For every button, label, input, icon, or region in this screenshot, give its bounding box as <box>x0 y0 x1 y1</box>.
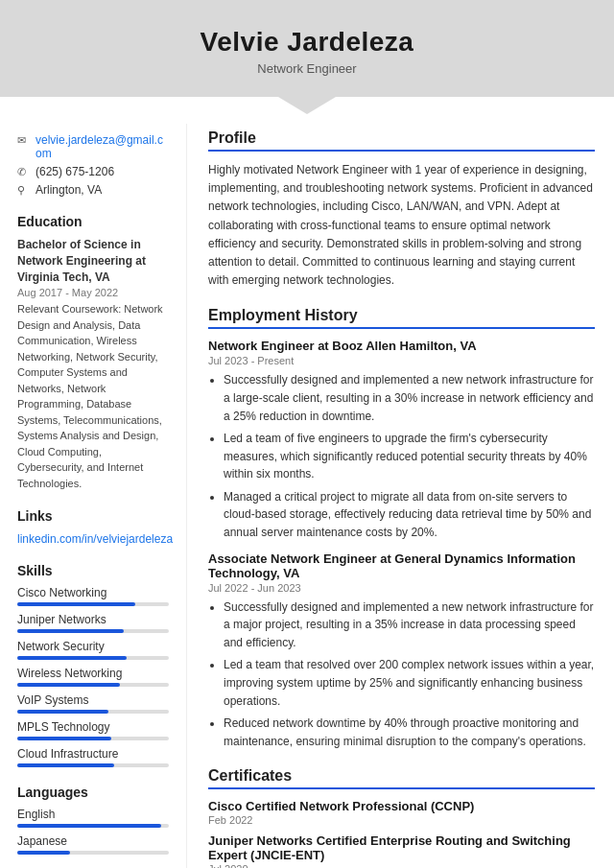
job-bullet: Managed a critical project to migrate al… <box>224 488 595 542</box>
linkedin-item: linkedin.com/in/velviejardeleza <box>17 531 169 546</box>
education-degree: Bachelor of Science in Network Engineeri… <box>17 237 169 285</box>
skill-item: VoIP Systems <box>17 693 169 714</box>
skill-name: Cisco Networking <box>17 586 169 599</box>
lang-bar-fill <box>17 824 161 828</box>
contact-section: ✉ velvie.jardeleza@gmail.com ✆ (625) 675… <box>17 133 169 197</box>
job-bullet: Led a team that resolved over 200 comple… <box>224 656 595 710</box>
languages-list: English Japanese <box>17 808 169 855</box>
skill-name: Wireless Networking <box>17 667 169 680</box>
job-bullet: Reduced network downtime by 40% through … <box>224 715 595 750</box>
email-icon: ✉ <box>17 134 31 147</box>
location-item: ⚲ Arlington, VA <box>17 183 169 197</box>
language-name: English <box>17 808 169 821</box>
employment-section-title: Employment History <box>208 307 595 329</box>
main-content: Profile Highly motivated Network Enginee… <box>187 124 614 868</box>
cert-name: Juniper Networks Certified Enterprise Ro… <box>208 833 595 862</box>
job-bullets: Successfully designed and implemented a … <box>208 598 595 751</box>
linkedin-link[interactable]: linkedin.com/in/velviejardeleza <box>17 532 173 546</box>
skill-bar-fill <box>17 629 124 633</box>
education-section: Education Bachelor of Science in Network… <box>17 214 169 491</box>
skill-name: Cloud Infrastructure <box>17 747 169 761</box>
cert-name: Cisco Certified Network Professional (CC… <box>208 799 595 813</box>
job-title: Associate Network Engineer at General Dy… <box>208 551 595 580</box>
main-layout: ✉ velvie.jardeleza@gmail.com ✆ (625) 675… <box>0 97 614 868</box>
skill-item: MPLS Technology <box>17 720 169 740</box>
skill-name: MPLS Technology <box>17 720 169 734</box>
skill-name: Juniper Networks <box>17 613 169 626</box>
skill-bar-bg <box>17 656 169 660</box>
candidate-name: Velvie Jardeleza <box>19 27 595 58</box>
profile-text: Highly motivated Network Engineer with 1… <box>208 161 595 290</box>
skills-list: Cisco Networking Juniper Networks Networ… <box>17 586 169 767</box>
skill-bar-fill <box>17 602 135 606</box>
language-item: English <box>17 808 169 828</box>
links-title: Links <box>17 508 169 524</box>
job-entry: Associate Network Engineer at General Dy… <box>208 551 595 751</box>
links-section: Links linkedin.com/in/velviejardeleza <box>17 508 169 546</box>
job-bullet: Successfully designed and implemented a … <box>224 598 595 652</box>
coursework-text: Network Design and Analysis, Data Commun… <box>17 303 163 489</box>
skill-bar-bg <box>17 602 169 606</box>
employment-section: Employment History Network Engineer at B… <box>208 307 595 750</box>
skill-bar-bg <box>17 763 169 767</box>
skill-bar-fill <box>17 683 120 687</box>
job-bullets: Successfully designed and implemented a … <box>208 371 595 541</box>
skill-name: Network Security <box>17 640 169 653</box>
skill-bar-fill <box>17 710 108 714</box>
phone-item: ✆ (625) 675-1206 <box>17 165 169 178</box>
phone-number: (625) 675-1206 <box>35 165 114 178</box>
skill-bar-fill <box>17 763 114 767</box>
skill-item: Cisco Networking <box>17 586 169 606</box>
language-name: Japanese <box>17 834 169 848</box>
job-entry: Network Engineer at Booz Allen Hamilton,… <box>208 339 595 541</box>
skill-bar-bg <box>17 629 169 633</box>
education-title: Education <box>17 214 169 229</box>
job-bullet: Successfully designed and implemented a … <box>224 371 595 425</box>
certificates-section: Certificates Cisco Certified Network Pro… <box>208 767 595 868</box>
profile-section-title: Profile <box>208 129 595 152</box>
education-dates: Aug 2017 - May 2022 <box>17 287 169 298</box>
skills-section: Skills Cisco Networking Juniper Networks… <box>17 563 169 767</box>
language-item: Japanese <box>17 834 169 855</box>
location-icon: ⚲ <box>17 184 31 197</box>
certs-list: Cisco Certified Network Professional (CC… <box>208 799 595 868</box>
certificates-section-title: Certificates <box>208 767 595 789</box>
languages-title: Languages <box>17 785 169 800</box>
skill-item: Network Security <box>17 640 169 660</box>
lang-bar-fill <box>17 851 70 855</box>
education-coursework: Relevant Coursework: Network Design and … <box>17 301 169 491</box>
cert-entry: Cisco Certified Network Professional (CC… <box>208 799 595 826</box>
jobs-list: Network Engineer at Booz Allen Hamilton,… <box>208 339 595 750</box>
languages-section: Languages English Japanese <box>17 785 169 855</box>
phone-icon: ✆ <box>17 166 31 178</box>
skill-bar-bg <box>17 737 169 740</box>
skills-title: Skills <box>17 563 169 578</box>
job-date: Jul 2022 - Jun 2023 <box>208 582 595 594</box>
lang-bar-bg <box>17 851 169 855</box>
job-title: Network Engineer at Booz Allen Hamilton,… <box>208 339 595 353</box>
skill-item: Cloud Infrastructure <box>17 747 169 767</box>
location-text: Arlington, VA <box>35 183 102 197</box>
cert-date: Jul 2020 <box>208 863 595 868</box>
email-item: ✉ velvie.jardeleza@gmail.com <box>17 133 169 160</box>
job-date: Jul 2023 - Present <box>208 355 595 366</box>
skill-bar-bg <box>17 683 169 687</box>
profile-section: Profile Highly motivated Network Enginee… <box>208 129 595 290</box>
skill-item: Juniper Networks <box>17 613 169 633</box>
coursework-label: Relevant Coursework: <box>17 303 121 315</box>
skill-name: VoIP Systems <box>17 693 169 707</box>
job-bullet: Led a team of five engineers to upgrade … <box>224 430 595 483</box>
cert-date: Feb 2022 <box>208 814 595 826</box>
lang-bar-bg <box>17 824 169 828</box>
candidate-title: Network Engineer <box>19 61 595 76</box>
skill-bar-fill <box>17 656 127 660</box>
skill-bar-bg <box>17 710 169 714</box>
cert-entry: Juniper Networks Certified Enterprise Ro… <box>208 833 595 868</box>
email-link[interactable]: velvie.jardeleza@gmail.com <box>35 133 169 160</box>
skill-bar-fill <box>17 737 111 740</box>
sidebar: ✉ velvie.jardeleza@gmail.com ✆ (625) 675… <box>0 124 187 868</box>
resume-header: Velvie Jardeleza Network Engineer <box>0 0 614 97</box>
skill-item: Wireless Networking <box>17 667 169 687</box>
